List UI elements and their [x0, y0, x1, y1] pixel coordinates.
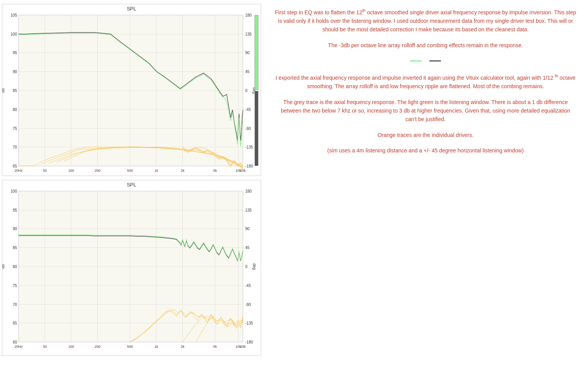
- svg-text:90: 90: [245, 51, 250, 55]
- svg-text:180: 180: [245, 13, 252, 17]
- svg-text:100: 100: [68, 169, 74, 173]
- svg-text:20k: 20k: [240, 169, 246, 173]
- svg-text:135: 135: [245, 32, 252, 36]
- svg-text:deg: deg: [252, 263, 256, 270]
- svg-text:-135: -135: [245, 321, 253, 325]
- svg-text:2k: 2k: [181, 345, 185, 349]
- svg-text:135: 135: [245, 208, 252, 212]
- top-chart-area: 105 100 95 90 85 80 75 70 65 dB 180 135 …: [2, 13, 261, 176]
- svg-text:-135: -135: [245, 145, 253, 149]
- svg-text:-90: -90: [245, 303, 251, 307]
- bottom-paragraph-1: I exported the axial frequency response …: [275, 73, 576, 91]
- grey-legend-line: [429, 60, 441, 62]
- svg-text:dB: dB: [2, 88, 5, 93]
- green-legend-line: [410, 60, 422, 62]
- svg-text:1k: 1k: [154, 345, 158, 349]
- svg-text:85: 85: [13, 89, 17, 93]
- svg-text:45: 45: [245, 70, 250, 74]
- legend-row: [275, 60, 576, 62]
- bottom-paragraph-3: Orange traces are the individual drivers…: [275, 131, 576, 139]
- top-chart-title: SPL: [2, 4, 261, 13]
- svg-text:90: 90: [13, 227, 17, 231]
- svg-text:20k: 20k: [240, 345, 246, 349]
- svg-text:-90: -90: [245, 126, 251, 131]
- svg-text:20Hz: 20Hz: [14, 345, 23, 349]
- svg-text:0: 0: [245, 89, 248, 93]
- svg-text:0: 0: [245, 265, 248, 269]
- svg-text:105: 105: [10, 13, 17, 17]
- svg-text:200: 200: [94, 345, 100, 349]
- svg-text:-45: -45: [245, 284, 251, 288]
- top-paragraph-1: First step in EQ was to flatten the 12th…: [275, 8, 576, 34]
- svg-text:-180: -180: [245, 164, 253, 168]
- top-text-block: First step in EQ was to flatten the 12th…: [275, 8, 576, 56]
- svg-text:90: 90: [13, 70, 17, 74]
- svg-text:70: 70: [13, 303, 17, 307]
- top-paragraph-2: The -3db per octave line array rolloff a…: [275, 41, 576, 50]
- svg-text:100: 100: [10, 189, 17, 193]
- bottom-paragraph-2: The grey trace is the axial frequency re…: [275, 98, 576, 124]
- svg-text:85: 85: [13, 246, 17, 250]
- svg-text:-180: -180: [245, 340, 253, 344]
- svg-text:20Hz: 20Hz: [14, 169, 23, 173]
- bottom-paragraph-4: (sim uses a 4m listening distance and a …: [275, 146, 576, 155]
- green-legend: [410, 60, 422, 62]
- svg-text:100: 100: [10, 32, 17, 36]
- bottom-chart-svg: 100 95 90 85 80 75 70 65 60 dB 180 135 9…: [2, 189, 258, 355]
- svg-text:50: 50: [43, 345, 47, 349]
- svg-text:500: 500: [127, 345, 133, 349]
- svg-text:65: 65: [13, 164, 17, 168]
- svg-text:2k: 2k: [181, 169, 185, 173]
- charts-panel: SPL: [0, 0, 263, 376]
- svg-text:70: 70: [13, 145, 17, 149]
- bottom-chart-area: 100 95 90 85 80 75 70 65 60 dB 180 135 9…: [2, 189, 261, 355]
- svg-text:90: 90: [245, 227, 250, 231]
- svg-text:65: 65: [13, 321, 17, 325]
- svg-text:45: 45: [245, 246, 250, 250]
- svg-text:75: 75: [13, 126, 17, 131]
- svg-text:dB: dB: [2, 264, 5, 269]
- svg-text:100: 100: [68, 345, 74, 349]
- svg-text:80: 80: [13, 265, 17, 269]
- top-chart: SPL: [2, 4, 261, 176]
- svg-text:60: 60: [13, 340, 17, 344]
- svg-text:95: 95: [13, 51, 17, 55]
- svg-text:180: 180: [245, 189, 252, 193]
- grey-legend: [429, 60, 441, 62]
- svg-text:5k: 5k: [213, 169, 217, 173]
- svg-text:5k: 5k: [213, 345, 217, 349]
- text-panel: First step in EQ was to flatten the 12th…: [263, 0, 588, 376]
- bottom-text-block: I exported the axial frequency response …: [275, 73, 576, 162]
- svg-text:200: 200: [94, 169, 100, 173]
- svg-text:500: 500: [127, 169, 133, 173]
- top-chart-svg: 105 100 95 90 85 80 75 70 65 dB 180 135 …: [2, 13, 258, 176]
- bottom-chart-title: SPL: [2, 180, 261, 189]
- svg-text:50: 50: [43, 169, 47, 173]
- bottom-chart: SPL: [2, 180, 261, 356]
- svg-text:-45: -45: [245, 108, 251, 112]
- svg-text:75: 75: [13, 284, 17, 288]
- svg-text:95: 95: [13, 208, 17, 212]
- svg-text:1k: 1k: [154, 169, 158, 173]
- svg-text:80: 80: [13, 108, 17, 112]
